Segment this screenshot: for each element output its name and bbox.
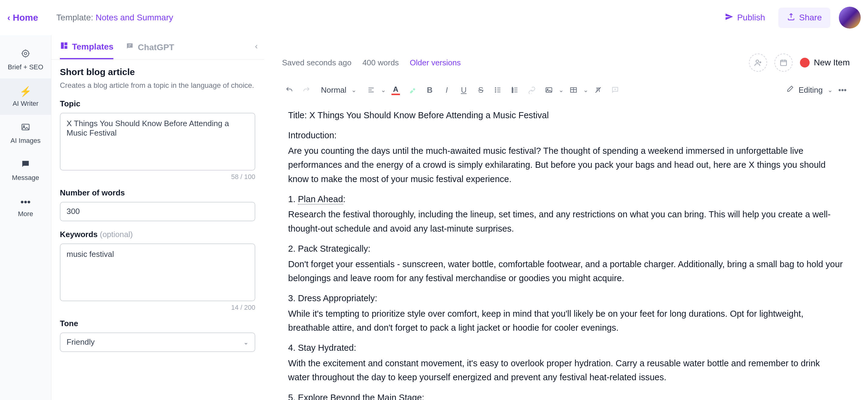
nav-label: More: [18, 210, 33, 218]
topic-label: Topic: [60, 99, 255, 109]
redo-button[interactable]: [299, 83, 314, 97]
svg-rect-4: [61, 42, 64, 49]
nav-ai-images[interactable]: AI Images: [0, 115, 51, 152]
avatar[interactable]: [839, 7, 861, 29]
words-label: Number of words: [60, 188, 255, 197]
svg-point-1: [24, 52, 27, 55]
tone-label: Tone: [60, 319, 255, 328]
tone-select[interactable]: Friendly ⌄: [60, 333, 255, 352]
new-item-indicator[interactable]: New Item: [800, 58, 850, 67]
nav-message[interactable]: Message: [0, 152, 51, 189]
calendar-button[interactable]: [774, 54, 793, 72]
topic-input[interactable]: [60, 113, 255, 171]
target-icon: [21, 49, 30, 61]
svg-rect-6: [64, 46, 67, 49]
nav-label: AI Images: [10, 137, 40, 145]
older-versions-link[interactable]: Older versions: [410, 58, 461, 67]
add-user-button[interactable]: [749, 54, 767, 72]
template-indicator: Template: Notes and Summary: [56, 13, 173, 23]
link-button[interactable]: [525, 83, 539, 97]
image-icon: [21, 122, 30, 134]
italic-button[interactable]: I: [439, 83, 454, 97]
style-value: Normal: [321, 85, 346, 95]
settings-panel: Templates ChatGPT ‹ Short blog article C…: [51, 35, 264, 400]
chat-icon: [21, 159, 30, 172]
intro-label: Introduction:: [288, 128, 844, 142]
document-content[interactable]: Title: X Things You Should Know Before A…: [276, 102, 856, 400]
pencil-icon: [786, 85, 794, 95]
keywords-label: Keywords (optional): [60, 230, 255, 239]
highlight-button[interactable]: [405, 83, 420, 97]
paragraph-style-select[interactable]: Normal ⌄: [316, 85, 361, 95]
section-5-heading: 5. Explore Beyond the Main Stage:: [288, 391, 844, 400]
section-2-body: Don't forget your essentials - sunscreen…: [288, 257, 844, 285]
share-label: Share: [799, 13, 822, 23]
svg-point-10: [495, 90, 496, 90]
svg-point-11: [495, 91, 496, 92]
image-button[interactable]: [541, 83, 556, 97]
words-input[interactable]: [60, 202, 255, 221]
comment-button[interactable]: [608, 83, 622, 97]
svg-rect-8: [780, 60, 786, 65]
home-label: Home: [13, 12, 38, 23]
editor-toolbar: Normal ⌄ ⌄ A B I U S: [276, 78, 856, 102]
chevron-down-icon: ⌄: [828, 86, 833, 94]
template-title: Short blog article: [60, 67, 255, 77]
tab-chatgpt[interactable]: ChatGPT: [126, 42, 174, 59]
chevron-down-icon[interactable]: ⌄: [381, 86, 386, 94]
lightning-icon: ⚡: [20, 86, 32, 97]
section-4-heading: 4. Stay Hydrated:: [288, 341, 844, 355]
underline-button[interactable]: U: [457, 83, 471, 97]
chevron-down-icon: ⌄: [243, 339, 249, 346]
numbered-list-button[interactable]: 123: [507, 83, 522, 97]
section-3-heading: 3. Dress Appropriately:: [288, 291, 844, 305]
tab-templates[interactable]: Templates: [60, 41, 113, 59]
bullet-list-button[interactable]: [491, 83, 505, 97]
strikethrough-button[interactable]: S: [473, 83, 488, 97]
nav-label: AI Writer: [12, 100, 38, 107]
tab-label: ChatGPT: [138, 42, 174, 52]
chevron-left-icon: ‹: [7, 12, 10, 23]
align-button[interactable]: [364, 83, 378, 97]
share-button[interactable]: Share: [778, 8, 830, 28]
mode-value: Editing: [799, 85, 823, 95]
bold-button[interactable]: B: [423, 83, 437, 97]
undo-button[interactable]: [282, 83, 297, 97]
send-icon: [725, 12, 733, 23]
nav-brief-seo[interactable]: Brief + SEO: [0, 41, 51, 79]
collapse-panel-button[interactable]: ‹: [255, 41, 258, 51]
table-button[interactable]: [566, 83, 581, 97]
nav-more[interactable]: ••• More: [0, 189, 51, 225]
upload-icon: [787, 12, 795, 23]
keywords-counter: 14 / 200: [60, 304, 255, 312]
chevron-down-icon[interactable]: ⌄: [559, 86, 564, 94]
nav-label: Brief + SEO: [8, 63, 43, 71]
svg-rect-5: [64, 42, 67, 45]
clear-format-button[interactable]: [591, 83, 606, 97]
optional-hint: (optional): [100, 230, 133, 239]
left-sidebar: Brief + SEO ⚡ AI Writer AI Images Messag…: [0, 35, 51, 400]
template-name-link[interactable]: Notes and Summary: [96, 13, 173, 22]
section-3-body: While it's tempting to prioritize style …: [288, 307, 844, 335]
status-dot-icon: [800, 58, 810, 67]
word-count: 400 words: [362, 58, 399, 67]
section-2-heading: 2. Pack Strategically:: [288, 242, 844, 256]
save-status: Saved seconds ago: [282, 58, 351, 67]
new-item-label: New Item: [814, 58, 850, 67]
chatgpt-icon: [126, 42, 134, 53]
home-link[interactable]: ‹ Home: [7, 12, 38, 23]
section-1-body: Research the festival thoroughly, includ…: [288, 207, 844, 236]
keywords-input[interactable]: [60, 243, 255, 301]
chevron-down-icon[interactable]: ⌄: [583, 86, 588, 94]
tone-value: Friendly: [67, 337, 95, 347]
svg-point-7: [756, 60, 758, 63]
svg-point-9: [495, 88, 496, 88]
nav-ai-writer[interactable]: ⚡ AI Writer: [0, 79, 51, 115]
publish-button[interactable]: Publish: [716, 8, 773, 28]
dots-icon: •••: [20, 196, 31, 208]
nav-label: Message: [12, 174, 39, 182]
more-toolbar-button[interactable]: •••: [835, 83, 850, 97]
font-color-button[interactable]: A: [389, 83, 403, 97]
editing-mode-select[interactable]: Editing ⌄: [786, 85, 833, 95]
section-1-heading: 1. Plan Ahead:: [288, 192, 844, 206]
